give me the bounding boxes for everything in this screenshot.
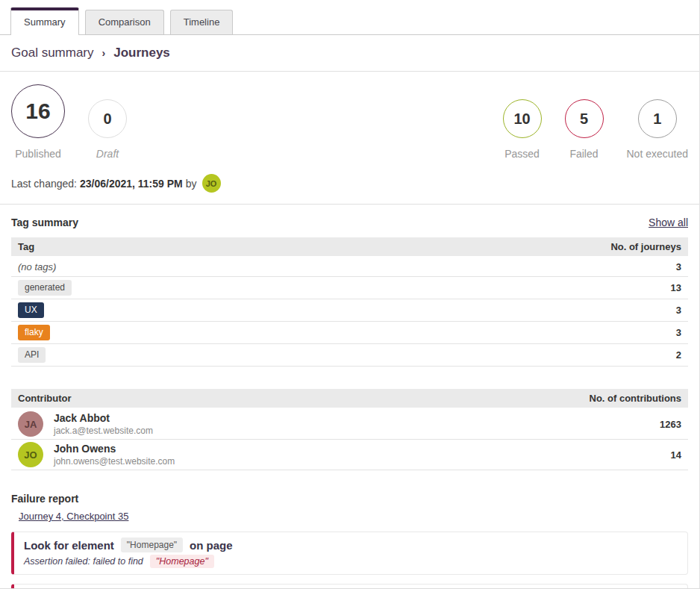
contributors-section: Contributor No. of contributions JA Jack… — [0, 389, 699, 470]
tag-column-header: Tag — [18, 241, 34, 252]
journeys-column-header: No. of journeys — [610, 241, 681, 252]
contributor-name: Jack Abbot — [54, 412, 153, 424]
stat-published: 16 Published — [11, 84, 65, 160]
tag-count: 3 — [676, 327, 681, 338]
avatar: JO — [18, 442, 43, 467]
contributor-column-header: Contributor — [18, 393, 71, 404]
last-changed-by: by — [186, 178, 197, 190]
draft-count-circle: 0 — [88, 99, 127, 138]
avatar[interactable]: JO — [202, 174, 221, 193]
failure-card: Look for element "Homepage" on page Asse… — [11, 532, 688, 575]
breadcrumb-journeys: Journeys — [113, 46, 170, 60]
failed-count-circle: 5 — [565, 99, 604, 138]
tag-count: 3 — [676, 261, 681, 272]
passed-label: Passed — [504, 148, 540, 160]
table-row: (no tags) 3 — [11, 258, 688, 277]
tag-count: 13 — [671, 282, 681, 293]
stats-left: 16 Published 0 Draft — [11, 84, 127, 160]
last-changed-prefix: Last changed: — [11, 178, 77, 190]
assertion-text: Assertion failed: failed to find — [24, 556, 143, 567]
draft-label: Draft — [96, 148, 119, 160]
table-row: flaky 3 — [11, 322, 688, 344]
tag-count: 2 — [676, 349, 681, 361]
failed-label: Failed — [569, 148, 598, 160]
avatar: JA — [18, 411, 43, 437]
stats-right: 10 Passed 5 Failed 1 Not executed — [503, 99, 689, 160]
contributor-table-header: Contributor No. of contributions — [11, 389, 688, 408]
breadcrumb: Goal summary › Journeys — [0, 35, 699, 72]
table-row: API 2 — [11, 344, 688, 367]
failure-action: Look for element — [24, 539, 114, 552]
published-count-circle: 16 — [11, 84, 65, 138]
stat-failed: 5 Failed — [565, 99, 604, 160]
tag-badge-api: API — [18, 347, 46, 363]
tag-count: 3 — [676, 305, 681, 316]
tag-no-tags: (no tags) — [18, 261, 56, 272]
tab-bar: Summary Comparison Timeline — [0, 0, 699, 35]
not-executed-count-circle: 1 — [638, 99, 677, 138]
passed-count-circle: 10 — [503, 99, 542, 138]
failure-suffix: on page — [190, 539, 233, 552]
assertion-target-badge: "Homepage" — [150, 555, 214, 568]
contribution-count: 14 — [671, 449, 681, 461]
tag-table-header: Tag No. of journeys — [11, 237, 688, 256]
failure-card: Look for element "Shopping cart" on page… — [11, 584, 688, 589]
tab-timeline[interactable]: Timeline — [170, 10, 234, 34]
chevron-right-icon: › — [102, 47, 106, 59]
table-row: UX 3 — [11, 299, 688, 322]
last-changed-datetime: 23/06/2021, 11:59 PM — [80, 178, 183, 190]
tag-badge-ux: UX — [18, 302, 44, 318]
failure-target-badge: "Homepage" — [121, 537, 183, 552]
contributor-email: john.owens@test.website.com — [54, 456, 175, 467]
stat-passed: 10 Passed — [503, 99, 542, 160]
show-all-link[interactable]: Show all — [649, 216, 688, 228]
tag-badge-generated: generated — [18, 280, 72, 296]
journey-checkpoint-link[interactable]: Journey 4, Checkpoint 35 — [19, 511, 128, 522]
last-changed-row: Last changed: 23/06/2021, 11:59 PM by JO — [0, 160, 699, 205]
tab-summary[interactable]: Summary — [10, 7, 79, 35]
published-label: Published — [15, 148, 61, 160]
breadcrumb-goal-summary[interactable]: Goal summary — [11, 46, 94, 60]
table-row: generated 13 — [11, 277, 688, 299]
not-executed-label: Not executed — [627, 148, 689, 160]
stat-draft: 0 Draft — [88, 99, 127, 160]
table-row: JA Jack Abbot jack.a@test.website.com 12… — [11, 409, 688, 440]
stats-row: 16 Published 0 Draft 10 Passed 5 Failed … — [0, 72, 699, 160]
contribution-count: 1263 — [660, 419, 681, 430]
tag-summary-section: Tag summary Show all Tag No. of journeys… — [0, 205, 699, 367]
contributions-column-header: No. of contributions — [590, 393, 681, 404]
tab-comparison[interactable]: Comparison — [85, 10, 164, 34]
failure-report-title: Failure report — [11, 493, 688, 505]
tag-badge-flaky: flaky — [18, 325, 50, 340]
journeys-summary-page: Summary Comparison Timeline Goal summary… — [0, 0, 700, 589]
failure-report-section: Failure report Journey 4, Checkpoint 35 … — [0, 493, 699, 589]
stat-not-executed: 1 Not executed — [627, 99, 689, 160]
table-row: JO John Owens john.owens@test.website.co… — [11, 440, 688, 470]
contributor-name: John Owens — [54, 443, 175, 455]
tag-summary-title: Tag summary — [11, 216, 78, 228]
contributor-email: jack.a@test.website.com — [54, 426, 153, 436]
